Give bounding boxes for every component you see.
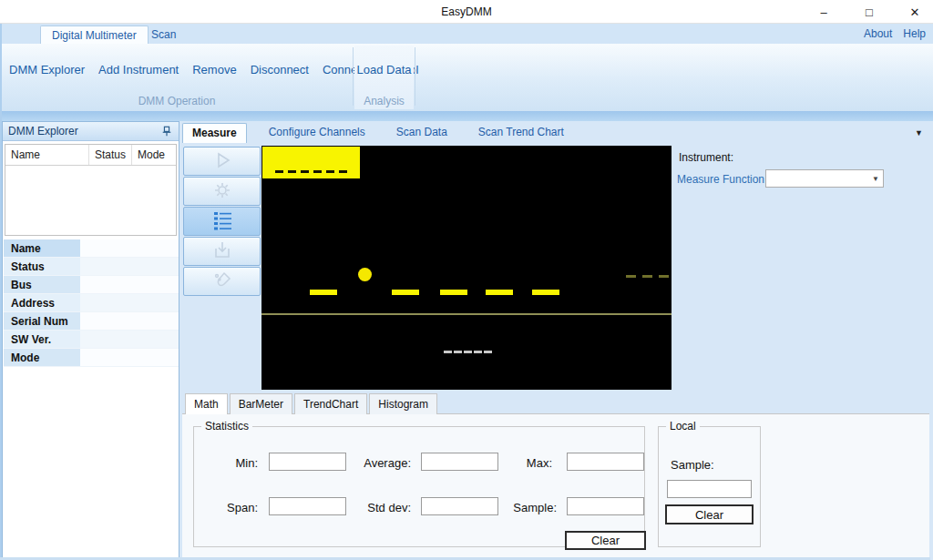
- measure-function-select[interactable]: ▼: [765, 169, 884, 188]
- save-data-icon: [211, 239, 233, 264]
- help-menu: About Help: [864, 24, 926, 44]
- local-groupbox: Local Sample: Clear: [658, 420, 761, 547]
- easydmm-window: EasyDMM – □ ✕ Digital Multimeter Scan Ab…: [0, 0, 933, 560]
- tab-scan[interactable]: Scan: [140, 25, 187, 44]
- secondary-reading-segment: [454, 351, 462, 353]
- prop-status-value: [80, 258, 179, 275]
- dmm-explorer-button[interactable]: DMM Explorer: [9, 63, 85, 76]
- local-clear-button[interactable]: Clear: [665, 504, 754, 524]
- statistics-groupbox: Statistics Min: Average: Max: Span: Std …: [193, 420, 645, 547]
- instrument-properties-table: Name Status Bus Address Serial Num SW Ve…: [4, 239, 179, 367]
- local-sample-field[interactable]: [667, 480, 752, 498]
- tree-col-mode: Mode: [132, 145, 176, 165]
- ribbon-separator: [353, 47, 354, 106]
- remove-button[interactable]: Remove: [192, 63, 236, 76]
- measurement-display: [261, 146, 672, 390]
- max-field[interactable]: [567, 453, 644, 471]
- local-sample-label: Sample:: [671, 458, 725, 472]
- reading-segment: [486, 290, 513, 295]
- settings-gear-icon: [211, 179, 233, 204]
- unit-indicator-segment: [626, 275, 636, 278]
- prop-mode-value: [80, 349, 179, 366]
- run-button[interactable]: [183, 147, 261, 176]
- average-field[interactable]: [421, 453, 498, 471]
- prop-address-label: Address: [4, 294, 80, 311]
- tab-scan-data[interactable]: Scan Data: [387, 123, 456, 143]
- reading-segment: [532, 290, 559, 295]
- window-title: EasyDMM: [0, 5, 933, 18]
- tab-trendchart[interactable]: TrendChart: [294, 393, 367, 414]
- range-annunciator: [262, 147, 360, 178]
- clear-button[interactable]: [183, 267, 261, 296]
- instrument-label: Instrument:: [679, 151, 733, 164]
- title-bar: EasyDMM – □ ✕: [0, 0, 933, 24]
- decimal-point: [358, 268, 372, 281]
- clear-brush-icon: [211, 270, 233, 294]
- ribbon-tab-strip: Digital Multimeter Scan About Help: [0, 24, 933, 44]
- prop-swver-value: [80, 331, 179, 348]
- min-field[interactable]: [269, 453, 346, 471]
- dmm-explorer-panel: DMM Explorer Name Status Mode Name Statu…: [2, 121, 179, 558]
- prop-swver-label: SW Ver.: [4, 331, 80, 348]
- prop-name-label: Name: [4, 239, 80, 257]
- prop-bus-label: Bus: [4, 276, 80, 293]
- tree-header: Name Status Mode: [5, 145, 176, 166]
- reading-segment: [310, 290, 337, 295]
- measure-toolbar: [183, 147, 261, 297]
- prop-name-value: [80, 239, 179, 257]
- math-panel: Statistics Min: Average: Max: Span: Std …: [182, 413, 929, 557]
- maximize-icon[interactable]: □: [860, 5, 878, 19]
- group-dmm-operation: DMM Explorer Add Instrument Remove Disco…: [2, 46, 352, 109]
- save-data-button[interactable]: [183, 237, 261, 266]
- secondary-reading-segment: [474, 351, 482, 353]
- measure-tab-strip: Measure Configure Channels Scan Data Sca…: [182, 123, 573, 143]
- table-row: SW Ver.: [4, 331, 179, 349]
- tab-barmeter[interactable]: BarMeter: [230, 393, 292, 414]
- settings-button[interactable]: [183, 177, 261, 206]
- tab-digital-multimeter[interactable]: Digital Multimeter: [40, 25, 149, 44]
- list-icon: [210, 209, 234, 234]
- min-label: Min:: [212, 456, 258, 470]
- window-border: [0, 24, 2, 560]
- span-field[interactable]: [269, 497, 346, 515]
- secondary-reading-segment: [484, 351, 492, 353]
- close-icon[interactable]: ✕: [906, 5, 924, 19]
- ribbon-separator: [415, 47, 415, 106]
- tab-measure[interactable]: Measure: [182, 123, 247, 143]
- unit-indicator-segment: [642, 275, 652, 278]
- ribbon: DMM Explorer Add Instrument Remove Disco…: [0, 44, 933, 111]
- group-label-dmm-operation: DMM Operation: [2, 95, 352, 107]
- chevron-down-icon[interactable]: ▼: [915, 128, 923, 137]
- help-menu-item[interactable]: Help: [903, 27, 926, 40]
- dmm-explorer-title: DMM Explorer: [8, 125, 160, 137]
- statistics-clear-button[interactable]: Clear: [565, 531, 646, 550]
- sample-field[interactable]: [567, 497, 644, 515]
- unit-indicator-segment: [659, 275, 669, 278]
- minimize-icon[interactable]: –: [815, 5, 833, 19]
- std-dev-field[interactable]: [421, 497, 498, 515]
- display-divider: [261, 313, 672, 315]
- chevron-down-icon: ▼: [872, 175, 879, 183]
- table-row: Mode: [4, 349, 179, 367]
- analysis-tab-strip: Math BarMeter TrendChart Histogram: [185, 393, 439, 414]
- table-row: Status: [4, 258, 179, 276]
- window-controls: – □ ✕: [815, 0, 924, 24]
- tab-scan-trend-chart[interactable]: Scan Trend Chart: [469, 123, 573, 143]
- disconnect-button[interactable]: Disconnect: [251, 63, 309, 76]
- prop-serialnum-label: Serial Num: [4, 312, 80, 330]
- prop-serialnum-value: [80, 312, 179, 330]
- prop-address-value: [80, 294, 179, 311]
- table-row: Address: [4, 294, 179, 312]
- statistics-title: Statistics: [201, 420, 252, 433]
- tab-math[interactable]: Math: [185, 393, 228, 414]
- about-menu-item[interactable]: About: [864, 27, 892, 40]
- instrument-tree-table[interactable]: Name Status Mode: [5, 144, 177, 236]
- pin-icon[interactable]: [160, 125, 173, 137]
- prop-status-label: Status: [4, 258, 80, 275]
- tab-histogram[interactable]: Histogram: [369, 393, 437, 414]
- tree-col-name: Name: [5, 145, 89, 165]
- add-instrument-button[interactable]: Add Instrument: [98, 63, 179, 76]
- tab-configure-channels[interactable]: Configure Channels: [260, 123, 374, 143]
- list-button[interactable]: [183, 207, 261, 236]
- load-data-button[interactable]: Load Data: [357, 63, 412, 76]
